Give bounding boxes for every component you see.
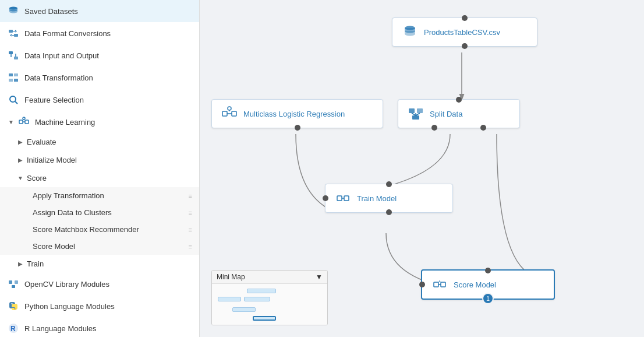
sidebar-item-score[interactable]: ▼ Score: [0, 169, 199, 187]
sidebar-item-label: Initialize Model: [27, 156, 77, 164]
sidebar-item-data-input-output[interactable]: Data Input and Output: [0, 44, 199, 66]
svg-rect-2: [14, 34, 18, 37]
minimap-header[interactable]: Mini Map ▼: [212, 271, 327, 284]
database-node-icon: [402, 24, 418, 40]
svg-rect-39: [434, 282, 438, 287]
port-left: [323, 195, 328, 201]
port-bottom-left: [431, 125, 437, 131]
sidebar-item-label: Score: [27, 174, 47, 182]
chevron-down-icon: ▼: [16, 174, 24, 182]
sidebar-item-r-language-modules[interactable]: R R Language Modules: [0, 317, 199, 337]
svg-rect-32: [232, 111, 236, 116]
minimap-label: Mini Map: [217, 273, 245, 281]
node-label: ProductsTableCSV.csv: [424, 28, 500, 37]
drag-handle-icon: ≡: [189, 192, 192, 199]
svg-point-9: [10, 96, 16, 102]
database-icon: [7, 5, 20, 17]
mini-node-split: [244, 297, 270, 301]
svg-rect-12: [25, 120, 29, 124]
svg-rect-7: [9, 79, 13, 82]
svg-line-29: [412, 113, 416, 115]
sidebar-item-label: Score Matchbox Recommender: [33, 225, 139, 234]
sidebar-item-data-format-conversions[interactable]: Data Format Conversions: [0, 22, 199, 44]
sidebar-item-saved-datasets[interactable]: Saved Datasets: [0, 0, 199, 22]
transformation-icon: [7, 71, 20, 84]
chevron-down-icon: ▼: [7, 118, 15, 126]
sidebar-item-label: Data Input and Output: [24, 51, 99, 60]
svg-rect-4: [14, 57, 18, 59]
svg-rect-17: [15, 280, 18, 284]
svg-point-14: [23, 117, 25, 120]
port-left: [419, 282, 425, 287]
node-products-csv[interactable]: ProductsTableCSV.csv: [392, 17, 537, 47]
port-top: [462, 15, 468, 21]
svg-line-30: [416, 113, 420, 115]
sidebar-item-train[interactable]: ▶ Train: [0, 255, 199, 273]
svg-rect-3: [9, 51, 13, 54]
chevron-right-icon: ▶: [16, 156, 24, 164]
svg-rect-37: [344, 196, 349, 201]
port-bottom: [462, 43, 468, 49]
svg-rect-6: [14, 73, 18, 76]
canvas: ProductsTableCSV.csv Split Data Multicla…: [200, 0, 644, 337]
svg-line-10: [15, 101, 17, 104]
port-bottom: [386, 209, 392, 215]
svg-rect-8: [14, 79, 18, 82]
svg-point-20: [15, 308, 16, 310]
sidebar-item-score-model[interactable]: Score Model ≡: [0, 238, 199, 255]
sidebar-item-assign-data-to-clusters[interactable]: Assign Data to Clusters ≡: [0, 204, 199, 221]
score-badge: 1: [482, 293, 494, 304]
sidebar-item-feature-selection[interactable]: Feature Selection: [0, 89, 199, 111]
svg-rect-40: [441, 282, 445, 287]
train-node-icon: [335, 190, 351, 206]
svg-rect-27: [412, 115, 419, 120]
ml-node-icon: [221, 106, 238, 122]
minimap-body: [212, 284, 327, 325]
drag-handle-icon: ≡: [189, 209, 192, 216]
chevron-right-icon: ▶: [16, 138, 24, 146]
sidebar-item-evaluate[interactable]: ▶ Evaluate: [0, 133, 199, 151]
mini-node-train: [232, 307, 256, 312]
svg-point-34: [228, 107, 231, 110]
svg-rect-11: [19, 120, 23, 124]
sidebar-item-python-language-modules[interactable]: Python Language Modules: [0, 295, 199, 317]
svg-rect-31: [222, 111, 227, 116]
sidebar-item-label: OpenCV Library Modules: [24, 280, 109, 289]
node-train-model[interactable]: Train Model: [325, 184, 453, 213]
sidebar-item-label: Python Language Modules: [24, 302, 115, 311]
chevron-right-icon: ▶: [16, 260, 24, 268]
sidebar-item-opencv-library-modules[interactable]: OpenCV Library Modules: [0, 273, 199, 295]
node-split-data[interactable]: Split Data: [398, 99, 520, 128]
port-top: [485, 268, 491, 273]
sidebar-item-label: Machine Learning: [35, 118, 95, 127]
sidebar-item-label: R Language Modules: [24, 324, 97, 333]
sidebar: Saved Datasets Data Format Conversions D…: [0, 0, 200, 337]
arrows-icon: [7, 27, 20, 40]
node-label: Train Model: [357, 194, 397, 203]
split-node-icon: [408, 106, 424, 122]
sidebar-item-data-transformation[interactable]: Data Transformation: [0, 66, 199, 89]
sidebar-item-label: Train: [27, 259, 44, 268]
svg-rect-36: [337, 196, 342, 201]
sidebar-item-initialize-model[interactable]: ▶ Initialize Model: [0, 151, 199, 169]
sidebar-item-label: Apply Transformation: [33, 191, 104, 200]
sidebar-item-apply-transformation[interactable]: Apply Transformation ≡: [0, 187, 199, 204]
mini-node-csv: [247, 289, 276, 293]
sidebar-item-score-matchbox-recommender[interactable]: Score Matchbox Recommender ≡: [0, 221, 199, 238]
svg-rect-5: [9, 73, 13, 76]
mini-node-lr: [218, 297, 241, 301]
search-icon: [7, 93, 20, 106]
input-output-icon: [7, 49, 20, 62]
minimap-dropdown-icon: ▼: [316, 273, 323, 281]
node-label: Score Model: [454, 280, 496, 289]
sidebar-item-label: Score Model: [33, 242, 75, 251]
sidebar-item-label: Assign Data to Clusters: [33, 208, 112, 217]
sidebar-item-label: Data Format Conversions: [24, 29, 111, 38]
minimap[interactable]: Mini Map ▼: [211, 270, 328, 325]
node-multiclass-lr[interactable]: Multiclass Logistic Regression: [211, 99, 383, 128]
sidebar-item-machine-learning[interactable]: ▼ Machine Learning: [0, 111, 199, 133]
node-score-model[interactable]: Score Model 1: [421, 269, 555, 300]
svg-rect-18: [12, 285, 15, 288]
python-icon: [7, 300, 20, 313]
drag-handle-icon: ≡: [189, 243, 192, 250]
